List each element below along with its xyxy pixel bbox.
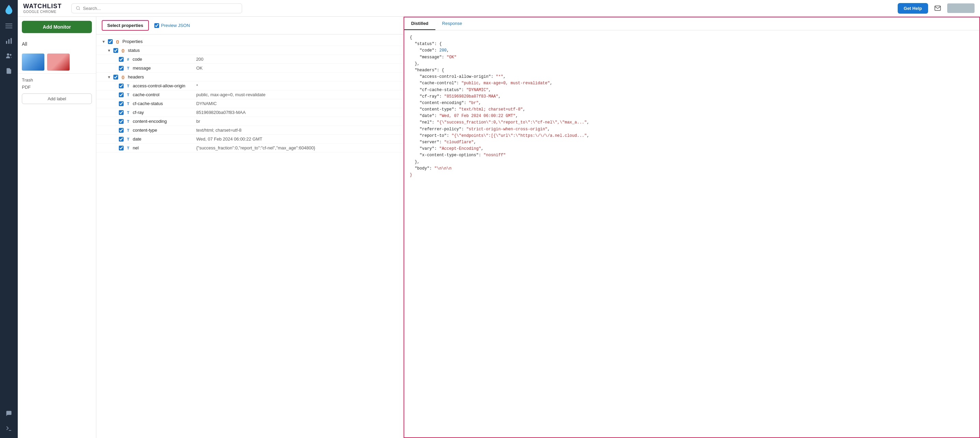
add-label-button[interactable]: Add label — [22, 94, 92, 104]
prop-value: DYNAMIC — [196, 101, 217, 106]
topbar-right: Get Help — [898, 3, 975, 14]
tree-chevron[interactable]: ▼ — [107, 48, 111, 52]
left-panel-labels: Trash PDF Add label — [18, 73, 96, 107]
type-badge: {} — [115, 39, 121, 44]
svg-rect-2 — [5, 28, 12, 28]
prop-name: headers — [128, 75, 189, 79]
nav-all[interactable]: All — [22, 40, 92, 48]
tree-checkbox[interactable] — [119, 84, 124, 88]
sidebar-icon-chart[interactable] — [3, 35, 15, 47]
type-badge: T — [126, 128, 131, 133]
tree-checkbox[interactable] — [119, 92, 124, 97]
prop-name: cache-control — [133, 92, 194, 97]
prop-name: cf-cache-status — [133, 101, 194, 106]
svg-rect-4 — [8, 39, 9, 44]
tree-row: Tcf-cache-statusDYNAMIC — [96, 99, 403, 108]
prop-name: content-encoding — [133, 119, 194, 124]
tree-row: Tcf-ray851969820ba07f83-MAA — [96, 108, 403, 117]
type-badge: T — [126, 66, 131, 71]
left-panel: Add Monitor All Trash PDF Add label — [18, 17, 96, 438]
sidebar-icon-chat[interactable] — [3, 407, 15, 420]
tree-checkbox[interactable] — [108, 39, 113, 44]
app-logo — [3, 3, 14, 14]
get-help-button[interactable]: Get Help — [898, 3, 928, 14]
tree-checkbox[interactable] — [119, 137, 124, 141]
prop-name: cf-ray — [133, 110, 194, 115]
search-icon — [76, 6, 80, 11]
search-bar[interactable] — [72, 3, 242, 13]
prop-name: date — [133, 136, 194, 141]
monitor-thumb-red[interactable] — [47, 54, 70, 71]
tree-chevron[interactable]: ▼ — [102, 40, 106, 44]
svg-line-10 — [79, 9, 80, 10]
app-title-text: WATCHLIST — [23, 3, 62, 10]
preview-json-label[interactable]: Preview JSON — [154, 23, 190, 28]
tree-row: #code200 — [96, 55, 403, 64]
monitor-thumb-blue[interactable] — [22, 54, 45, 71]
type-badge: T — [126, 146, 131, 151]
prop-name: code — [132, 57, 194, 62]
select-properties-button[interactable]: Select properties — [102, 20, 149, 31]
prop-value: public, max-age=0, must-revalidate — [196, 92, 266, 97]
prop-value: 200 — [196, 57, 204, 62]
prop-value: text/html; charset=utf-8 — [196, 128, 242, 133]
prop-value: 851969820ba07f83-MAA — [196, 110, 246, 115]
properties-panel: Select properties Preview JSON ▼{}Proper… — [96, 17, 404, 438]
tree-checkbox[interactable] — [119, 57, 124, 62]
preview-json-text: Preview JSON — [161, 23, 190, 28]
tree-checkbox[interactable] — [113, 75, 118, 79]
app-subtitle-text: GOOGLE CHROME — [23, 10, 62, 14]
prop-name: content-type — [133, 128, 194, 133]
sidebar-icon-document[interactable] — [3, 65, 15, 77]
tree-chevron[interactable]: ▼ — [107, 75, 111, 79]
property-tree: ▼{}Properties▼{}status#code200TmessageOK… — [96, 35, 403, 438]
tab-response[interactable]: Response — [435, 17, 469, 30]
tree-checkbox[interactable] — [119, 128, 124, 133]
preview-json-checkbox[interactable] — [154, 23, 159, 28]
tab-distilled[interactable]: Distilled — [404, 17, 435, 30]
type-badge: # — [126, 57, 130, 62]
type-badge: T — [126, 137, 131, 141]
svg-rect-1 — [5, 25, 12, 26]
tree-row: ▼{}status — [96, 46, 403, 55]
prop-name: Properties — [123, 39, 184, 44]
type-badge: {} — [120, 75, 126, 79]
type-badge: T — [126, 101, 131, 106]
prop-value: Wed, 07 Feb 2024 06:00:22 GMT — [196, 136, 262, 141]
type-badge: T — [126, 92, 131, 97]
prop-value: {"success_fraction":0,"report_to":"cf-ne… — [196, 145, 315, 151]
topbar: WATCHLIST GOOGLE CHROME Get Help — [18, 0, 980, 17]
tree-checkbox[interactable] — [119, 146, 124, 151]
tree-checkbox[interactable] — [119, 110, 124, 115]
tree-checkbox[interactable] — [113, 48, 118, 53]
tree-row: Tnel{"success_fraction":0,"report_to":"c… — [96, 144, 403, 152]
label-pdf[interactable]: PDF — [22, 84, 92, 91]
monitor-items — [18, 51, 96, 73]
add-monitor-button[interactable]: Add Monitor — [22, 21, 92, 33]
sidebar-icon-menu[interactable] — [3, 20, 15, 32]
sidebar-icon-code[interactable] — [3, 422, 15, 435]
user-avatar[interactable] — [947, 3, 975, 13]
type-badge: T — [126, 110, 131, 115]
main-area: WATCHLIST GOOGLE CHROME Get Help Add Mon… — [18, 0, 980, 438]
prop-name: access-control-allow-origin — [133, 83, 194, 88]
svg-point-9 — [76, 6, 79, 10]
app-title: WATCHLIST GOOGLE CHROME — [23, 3, 62, 14]
svg-rect-5 — [11, 38, 12, 44]
mail-icon[interactable] — [932, 3, 943, 14]
tree-checkbox[interactable] — [119, 101, 124, 106]
sidebar-icon-users[interactable] — [3, 50, 15, 62]
properties-toolbar: Select properties Preview JSON — [96, 17, 403, 35]
tree-checkbox[interactable] — [119, 66, 124, 71]
type-badge: {} — [120, 48, 126, 53]
search-input[interactable] — [83, 6, 238, 11]
tree-checkbox[interactable] — [119, 119, 124, 124]
prop-name: message — [133, 65, 194, 71]
svg-rect-0 — [5, 24, 12, 24]
prop-value: OK — [196, 65, 203, 71]
tree-row: ▼{}headers — [96, 73, 403, 81]
tree-row: Tcache-controlpublic, max-age=0, must-re… — [96, 90, 403, 99]
label-trash[interactable]: Trash — [22, 76, 92, 84]
prop-value: * — [196, 83, 198, 88]
tree-row: Taccess-control-allow-origin* — [96, 81, 403, 90]
